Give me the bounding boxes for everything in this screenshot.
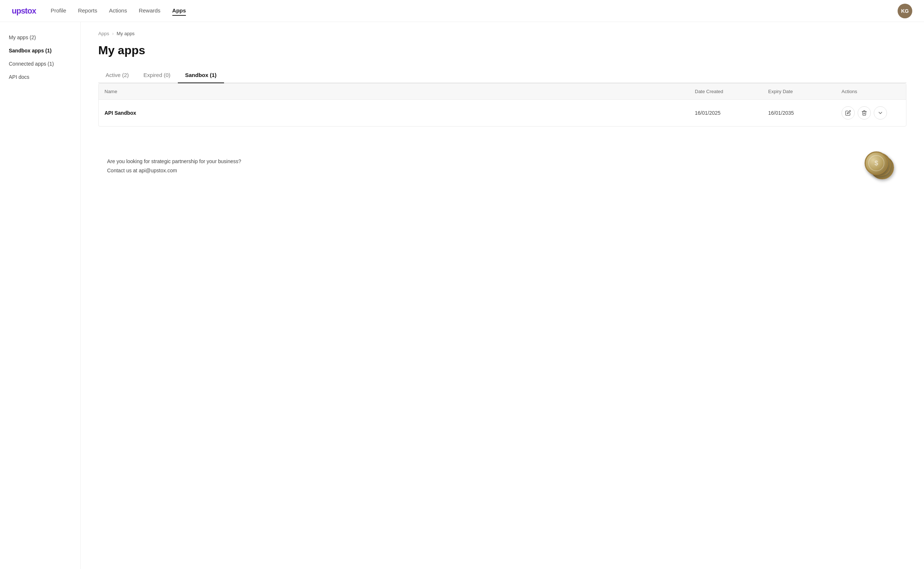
partnership-line1: Are you looking for strategic partnershi… [107,157,241,166]
row-actions [842,106,900,120]
nav-profile[interactable]: Profile [50,6,66,16]
sidebar-item-sandbox-apps[interactable]: Sandbox apps (1) [0,44,80,57]
tabs-container: Active (2) Expired (0) Sandbox (1) [98,67,906,83]
coin-illustration: $ [865,151,898,181]
partnership-line2: Contact us at api@upstox.com [107,166,241,175]
nav-actions[interactable]: Actions [109,6,127,16]
breadcrumb-separator: › [112,31,114,36]
table-header: Name Date Created Expiry Date Actions [99,84,906,100]
tab-sandbox[interactable]: Sandbox (1) [178,67,224,83]
expand-button[interactable] [874,106,887,120]
page-title: My apps [98,44,906,57]
main-content: Apps › My apps My apps Active (2) Expire… [81,22,924,569]
table-row: API Sandbox 16/01/2025 16/01/2035 [99,100,906,126]
col-name: Name [105,89,695,94]
partnership-text: Are you looking for strategic partnershi… [107,157,241,175]
col-actions: Actions [842,89,900,94]
col-date-created: Date Created [695,89,768,94]
top-navigation: upstox Profile Reports Actions Rewards A… [0,0,924,22]
partnership-section: Are you looking for strategic partnershi… [98,141,906,191]
sidebar-item-connected-apps[interactable]: Connected apps (1) [0,57,80,70]
breadcrumb-current: My apps [117,31,135,36]
logo[interactable]: upstox [12,6,36,16]
sidebar: My apps (2) Sandbox apps (1) Connected a… [0,22,81,569]
sidebar-item-api-docs[interactable]: API docs [0,70,80,84]
breadcrumb: Apps › My apps [98,31,906,36]
col-expiry-date: Expiry Date [768,89,842,94]
row-app-name: API Sandbox [105,110,695,116]
nav-apps[interactable]: Apps [172,6,186,16]
delete-button[interactable] [858,106,871,120]
tab-expired[interactable]: Expired (0) [136,67,178,83]
coin-inner-front: $ [868,155,884,171]
nav-reports[interactable]: Reports [78,6,97,16]
edit-button[interactable] [842,106,855,120]
nav-rewards[interactable]: Rewards [139,6,160,16]
nav-links: Profile Reports Actions Rewards Apps [50,6,898,16]
apps-table: Name Date Created Expiry Date Actions AP… [98,83,906,126]
tab-active[interactable]: Active (2) [98,67,136,83]
row-expiry-date: 16/01/2035 [768,110,842,116]
main-layout: My apps (2) Sandbox apps (1) Connected a… [0,22,924,569]
logo-text: upstox [12,6,36,16]
sidebar-item-my-apps[interactable]: My apps (2) [0,31,80,44]
row-date-created: 16/01/2025 [695,110,768,116]
breadcrumb-apps-link[interactable]: Apps [98,31,109,36]
coin-front: $ [865,151,888,175]
user-avatar[interactable]: KG [898,4,912,18]
